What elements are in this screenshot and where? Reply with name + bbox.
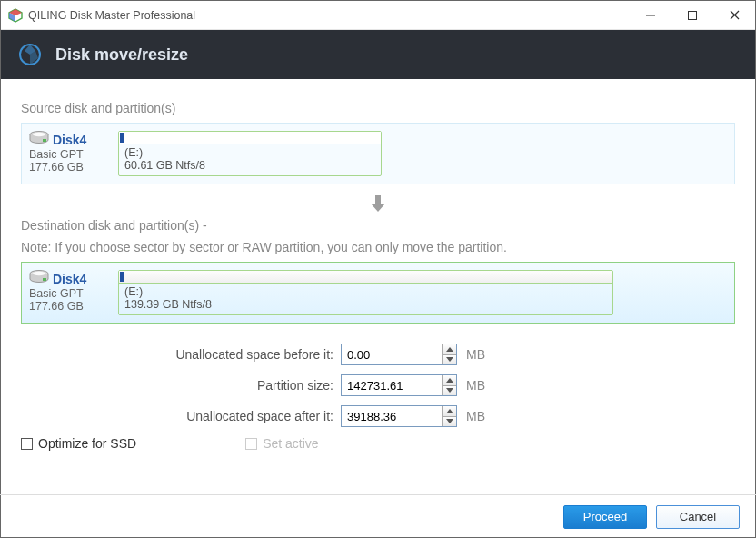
cancel-button[interactable]: Cancel <box>656 505 740 529</box>
window-controls <box>630 1 755 30</box>
stepper-down-icon[interactable] <box>443 416 456 427</box>
app-icon <box>8 8 23 23</box>
source-label: Source disk and partition(s) <box>21 101 735 115</box>
checkboxes: Optimize for SSD Set active <box>21 436 735 451</box>
titlebar: QILING Disk Master Professional <box>1 1 755 30</box>
stepper-up-icon[interactable] <box>443 344 456 354</box>
partition-size-input[interactable] <box>341 374 457 396</box>
stepper-down-icon[interactable] <box>443 385 456 396</box>
destination-disk-size: 177.66 GB <box>29 300 118 313</box>
svg-rect-10 <box>43 139 46 142</box>
unalloc-after-field[interactable] <box>342 406 442 426</box>
checkbox-icon <box>21 438 33 450</box>
content: Source disk and partition(s) Disk4 Basic… <box>1 79 755 451</box>
partition-used-bar <box>120 272 124 282</box>
svg-point-12 <box>33 272 45 275</box>
close-button[interactable] <box>713 1 755 30</box>
destination-disk-name: Disk4 <box>53 272 86 286</box>
unalloc-after-input[interactable] <box>341 405 457 427</box>
destination-part-desc: 139.39 GB Ntfs/8 <box>124 298 607 311</box>
checkbox-icon <box>245 438 257 450</box>
optimize-ssd-checkbox[interactable]: Optimize for SSD <box>21 436 136 451</box>
stepper-up-icon[interactable] <box>443 375 456 385</box>
svg-marker-19 <box>446 419 453 423</box>
svg-marker-14 <box>446 347 453 352</box>
header: Disk move/resize <box>1 30 755 79</box>
stepper-up-icon[interactable] <box>443 406 456 416</box>
svg-rect-13 <box>43 278 46 281</box>
disk-icon <box>29 131 49 148</box>
stepper-down-icon[interactable] <box>443 354 456 365</box>
disk-icon <box>29 270 49 287</box>
source-disk-size: 177.66 GB <box>29 161 118 174</box>
unalloc-before-input[interactable] <box>341 344 457 365</box>
source-disk-info: Disk4 Basic GPT 177.66 GB <box>29 131 118 174</box>
source-part-desc: 60.61 GB Ntfs/8 <box>124 159 375 172</box>
source-disk-name: Disk4 <box>53 133 86 147</box>
partition-size-field[interactable] <box>342 375 442 395</box>
partition-size-label: Partition size: <box>21 378 341 393</box>
form-rows: Unallocated space before it: MB Partitio… <box>21 344 735 427</box>
arrow-down-icon <box>21 194 735 216</box>
source-partition[interactable]: (E:) 60.61 GB Ntfs/8 <box>118 131 382 176</box>
destination-partition[interactable]: (E:) 139.39 GB Ntfs/8 <box>118 270 613 315</box>
svg-marker-18 <box>446 409 453 413</box>
maximize-button[interactable] <box>671 1 713 30</box>
footer: Proceed Cancel <box>0 494 756 538</box>
svg-marker-17 <box>446 388 453 393</box>
destination-disk-info: Disk4 Basic GPT 177.66 GB <box>29 270 118 313</box>
logo-icon <box>17 42 43 67</box>
unit-label: MB <box>466 378 485 393</box>
destination-disk-panel: Disk4 Basic GPT 177.66 GB (E:) 139.39 GB… <box>21 262 735 324</box>
unalloc-before-label: Unallocated space before it: <box>21 347 341 362</box>
source-disk-panel: Disk4 Basic GPT 177.66 GB (E:) 60.61 GB … <box>21 123 735 184</box>
optimize-ssd-label: Optimize for SSD <box>38 436 136 451</box>
set-active-checkbox: Set active <box>245 436 318 451</box>
svg-marker-16 <box>446 378 453 383</box>
source-part-letter: (E:) <box>124 146 375 159</box>
destination-note: Note: If you choose sector by sector or … <box>21 240 735 254</box>
page-title: Disk move/resize <box>55 45 188 65</box>
destination-label: Destination disk and partition(s) - <box>21 218 735 233</box>
set-active-label: Set active <box>263 436 318 451</box>
svg-point-9 <box>33 133 45 136</box>
unit-label: MB <box>466 347 485 362</box>
unit-label: MB <box>466 409 485 423</box>
svg-marker-15 <box>446 357 453 362</box>
partition-used-bar <box>120 133 124 143</box>
unalloc-after-label: Unallocated space after it: <box>21 409 341 423</box>
unalloc-before-field[interactable] <box>342 344 442 364</box>
window-title: QILING Disk Master Professional <box>28 9 630 22</box>
minimize-button[interactable] <box>630 1 671 30</box>
svg-rect-4 <box>689 11 697 19</box>
destination-disk-type: Basic GPT <box>29 287 118 300</box>
source-disk-type: Basic GPT <box>29 148 118 161</box>
proceed-button[interactable]: Proceed <box>563 505 647 529</box>
destination-part-letter: (E:) <box>124 285 607 298</box>
